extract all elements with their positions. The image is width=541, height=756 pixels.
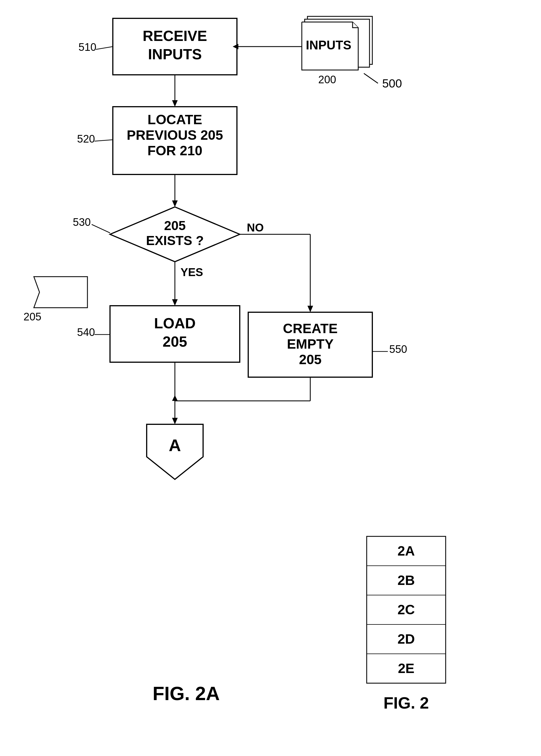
svg-marker-24 [172, 299, 178, 306]
svg-text:LOCATE: LOCATE [148, 112, 202, 127]
doc-205: 205 [23, 277, 87, 323]
svg-text:2D: 2D [397, 632, 415, 646]
no-label: NO [247, 221, 264, 234]
svg-line-16 [95, 140, 113, 141]
ref-500: 500 [382, 77, 402, 90]
svg-text:INPUTS: INPUTS [148, 46, 202, 62]
svg-text:PREVIOUS 205: PREVIOUS 205 [127, 128, 223, 143]
diagram-container: INPUTS 200 500 RECEIVE INPUTS 510 LOCATE… [0, 0, 541, 756]
label-550: 550 [389, 343, 407, 355]
svg-text:EMPTY: EMPTY [287, 337, 333, 351]
svg-text:CREATE: CREATE [283, 321, 338, 336]
svg-marker-18 [172, 200, 178, 207]
svg-text:LOAD: LOAD [154, 315, 196, 331]
step-540: LOAD 205 540 [77, 306, 240, 362]
step-520: LOCATE PREVIOUS 205 FOR 210 520 [77, 107, 237, 174]
svg-marker-27 [307, 306, 313, 312]
svg-text:205: 205 [163, 333, 187, 350]
inputs-document: INPUTS 200 [302, 16, 372, 86]
svg-marker-11 [172, 100, 178, 107]
svg-text:205: 205 [164, 218, 186, 233]
label-205: 205 [23, 311, 41, 323]
svg-text:2E: 2E [398, 661, 415, 676]
inputs-label: INPUTS [306, 38, 351, 52]
connector-a: A [147, 424, 203, 479]
svg-text:2C: 2C [397, 602, 415, 617]
label-a: A [169, 436, 181, 455]
svg-text:205: 205 [299, 352, 321, 367]
svg-line-22 [92, 224, 110, 233]
svg-line-3 [364, 73, 378, 83]
label-510: 510 [78, 41, 96, 53]
fig2-label: FIG. 2 [383, 694, 429, 712]
fig2-table: 2A 2B 2C 2D 2E FIG. 2 [367, 536, 446, 712]
svg-line-7 [96, 47, 113, 49]
step-530: 205 EXISTS ? 530 [73, 207, 240, 262]
fig2a-label: FIG. 2A [153, 683, 220, 704]
label-520: 520 [77, 133, 95, 145]
svg-text:FOR 210: FOR 210 [148, 143, 203, 158]
svg-marker-28 [34, 277, 87, 308]
step-550: CREATE EMPTY 205 550 [248, 312, 407, 377]
svg-text:RECEIVE: RECEIVE [143, 28, 207, 44]
yes-label: YES [181, 266, 203, 278]
svg-marker-43 [172, 418, 178, 424]
svg-text:EXISTS ?: EXISTS ? [146, 233, 204, 248]
label-540: 540 [77, 326, 95, 338]
svg-text:2B: 2B [397, 573, 415, 588]
svg-text:2A: 2A [397, 543, 415, 558]
step-510: RECEIVE INPUTS 510 [78, 18, 237, 75]
label-530: 530 [73, 216, 91, 228]
ref-200: 200 [318, 74, 336, 86]
